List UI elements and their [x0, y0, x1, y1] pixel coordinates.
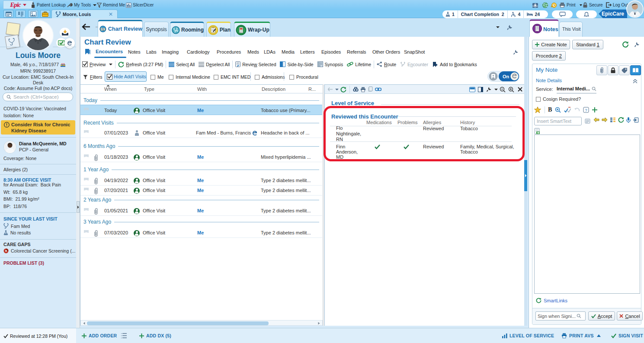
svg-text:?: ?	[585, 108, 587, 112]
